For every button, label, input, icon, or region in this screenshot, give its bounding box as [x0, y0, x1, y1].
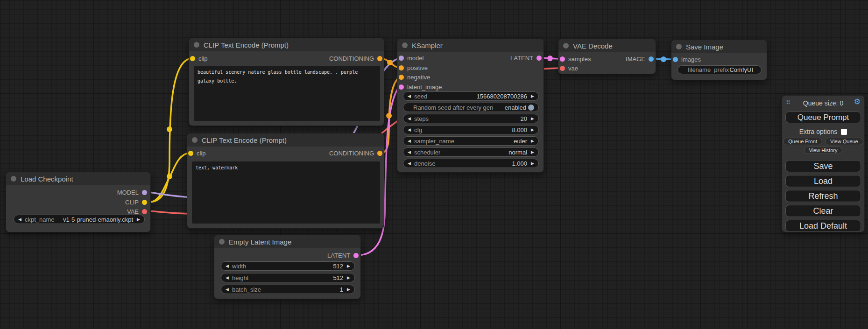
link-dot[interactable]	[386, 113, 392, 119]
node-collapse-icon[interactable]	[192, 137, 198, 143]
model-port-dot[interactable]	[142, 190, 147, 195]
queue-panel[interactable]: ⠿ Queue size: 0 ⚙ Queue Prompt Extra opt…	[782, 95, 865, 232]
positive-prompt-textarea[interactable]: beautiful scenery nature glass bottle la…	[194, 66, 380, 121]
decrement-arrow-icon[interactable]: ◀	[408, 117, 411, 121]
widget-denoise[interactable]: ◀ denoise 1.000 ▶	[403, 159, 539, 168]
node-collapse-icon[interactable]	[11, 176, 16, 182]
widget-width[interactable]: ◀ width 512 ▶	[221, 261, 355, 271]
input-port-model[interactable]: model	[399, 55, 423, 62]
conditioning-port-dot[interactable]	[399, 75, 404, 80]
widget-height[interactable]: ◀ height 512 ▶	[221, 273, 355, 282]
decrement-arrow-icon[interactable]: ◀	[18, 217, 21, 222]
node-save-image[interactable]: Save Image images filename_prefix ComfyU…	[671, 40, 767, 80]
link-dot[interactable]	[167, 174, 172, 179]
input-port-images[interactable]: images	[673, 56, 701, 63]
node-header[interactable]: KSampler	[397, 39, 543, 52]
output-port-clip[interactable]: CLIP	[125, 199, 147, 206]
output-port-vae[interactable]: VAE	[127, 208, 147, 215]
increment-arrow-icon[interactable]: ▶	[347, 276, 350, 280]
node-collapse-icon[interactable]	[563, 43, 569, 49]
decrement-arrow-icon[interactable]: ◀	[226, 264, 229, 268]
node-header[interactable]: Empty Latent Image	[214, 235, 360, 248]
link-dot[interactable]	[547, 56, 553, 61]
widget-ckpt-name[interactable]: ◀ ckpt_name v1-5-pruned-emaonly.ckpt ▶	[14, 215, 145, 224]
node-collapse-icon[interactable]	[219, 239, 225, 245]
input-port-vae[interactable]: vae	[560, 65, 578, 72]
extra-options-checkbox[interactable]	[841, 129, 847, 135]
node-ksampler[interactable]: KSampler model positive negative latent_…	[397, 38, 544, 173]
output-port-conditioning[interactable]: CONDITIONING	[329, 55, 382, 62]
decrement-arrow-icon[interactable]: ◀	[226, 287, 229, 292]
output-port-conditioning[interactable]: CONDITIONING	[329, 150, 382, 157]
conditioning-port-dot[interactable]	[399, 65, 404, 70]
latent-port-dot[interactable]	[560, 56, 565, 62]
node-graph-canvas[interactable]: Load Checkpoint MODEL CLIP VAE ◀ ckpt_na…	[0, 0, 868, 329]
link-dot[interactable]	[167, 126, 172, 132]
load-button[interactable]: Load	[785, 175, 861, 187]
clear-button[interactable]: Clear	[785, 205, 861, 217]
increment-arrow-icon[interactable]: ▶	[347, 287, 350, 292]
decrement-arrow-icon[interactable]: ◀	[408, 94, 411, 98]
node-load-checkpoint[interactable]: Load Checkpoint MODEL CLIP VAE ◀ ckpt_na…	[6, 172, 151, 232]
toggle-enabled-icon[interactable]	[528, 105, 534, 111]
widget-seed[interactable]: ◀ seed 156680208700286 ▶	[403, 91, 539, 101]
decrement-arrow-icon[interactable]: ◀	[408, 161, 411, 166]
conditioning-port-dot[interactable]	[377, 151, 382, 156]
output-port-latent[interactable]: LATENT	[327, 252, 359, 259]
increment-arrow-icon[interactable]: ▶	[531, 150, 534, 154]
node-header[interactable]: CLIP Text Encode (Prompt)	[187, 133, 384, 147]
latent-port-dot[interactable]	[536, 56, 542, 61]
input-port-positive[interactable]: positive	[399, 64, 428, 71]
increment-arrow-icon[interactable]: ▶	[137, 217, 140, 222]
node-collapse-icon[interactable]	[194, 42, 199, 48]
increment-arrow-icon[interactable]: ▶	[531, 94, 534, 98]
input-port-clip[interactable]: clip	[188, 150, 206, 157]
input-port-negative[interactable]: negative	[399, 74, 430, 81]
node-header[interactable]: CLIP Text Encode (Prompt)	[189, 38, 384, 51]
widget-scheduler[interactable]: ◀ scheduler normal ▶	[403, 147, 539, 157]
increment-arrow-icon[interactable]: ▶	[531, 161, 534, 166]
refresh-button[interactable]: Refresh	[785, 190, 861, 202]
widget-batch-size[interactable]: ◀ batch_size 1 ▶	[221, 285, 355, 294]
node-vae-decode[interactable]: VAE Decode samples vae IMAGE	[558, 39, 656, 74]
clip-port-dot[interactable]	[142, 200, 147, 205]
vae-port-dot[interactable]	[560, 66, 565, 71]
input-port-latent-image[interactable]: latent_image	[399, 84, 442, 91]
widget-filename-prefix[interactable]: filename_prefix ComfyUI	[677, 65, 762, 74]
image-port-dot[interactable]	[673, 57, 678, 62]
decrement-arrow-icon[interactable]: ◀	[408, 128, 411, 132]
node-header[interactable]: Save Image	[671, 40, 767, 53]
node-header[interactable]: VAE Decode	[558, 39, 656, 52]
node-clip-text-encode-negative[interactable]: CLIP Text Encode (Prompt) clip CONDITION…	[187, 133, 384, 229]
widget-cfg[interactable]: ◀ cfg 8.000 ▶	[403, 125, 539, 134]
output-port-image[interactable]: IMAGE	[626, 56, 654, 63]
increment-arrow-icon[interactable]: ▶	[347, 264, 350, 268]
link-dot[interactable]	[387, 60, 393, 65]
increment-arrow-icon[interactable]: ▶	[531, 117, 534, 121]
save-button[interactable]: Save	[785, 160, 861, 172]
vae-port-dot[interactable]	[142, 209, 147, 214]
output-port-latent[interactable]: LATENT	[510, 55, 542, 62]
decrement-arrow-icon[interactable]: ◀	[226, 276, 229, 280]
image-port-dot[interactable]	[649, 56, 654, 62]
model-port-dot[interactable]	[399, 56, 404, 61]
load-default-button[interactable]: Load Default	[785, 220, 861, 232]
view-history-button[interactable]: View History	[804, 147, 843, 154]
settings-gear-icon[interactable]: ⚙	[854, 98, 861, 105]
link-dot[interactable]	[661, 56, 666, 62]
increment-arrow-icon[interactable]: ▶	[531, 128, 534, 132]
clip-port-dot[interactable]	[188, 151, 193, 156]
view-queue-button[interactable]: View Queue	[825, 138, 863, 145]
widget-sampler-name[interactable]: ◀ sampler_name euler ▶	[403, 136, 539, 146]
widget-steps[interactable]: ◀ steps 20 ▶	[403, 114, 539, 123]
node-collapse-icon[interactable]	[402, 42, 408, 48]
queue-front-button[interactable]: Queue Front	[783, 138, 822, 145]
clip-port-dot[interactable]	[190, 56, 195, 61]
increment-arrow-icon[interactable]: ▶	[531, 139, 534, 143]
output-port-model[interactable]: MODEL	[117, 189, 147, 196]
widget-random-seed-toggle[interactable]: Random seed after every gen enabled	[403, 103, 539, 112]
node-header[interactable]: Load Checkpoint	[6, 172, 150, 185]
latent-port-dot[interactable]	[399, 84, 404, 90]
node-empty-latent-image[interactable]: Empty Latent Image LATENT ◀ width 512 ▶ …	[214, 235, 361, 299]
latent-port-dot[interactable]	[353, 253, 359, 258]
